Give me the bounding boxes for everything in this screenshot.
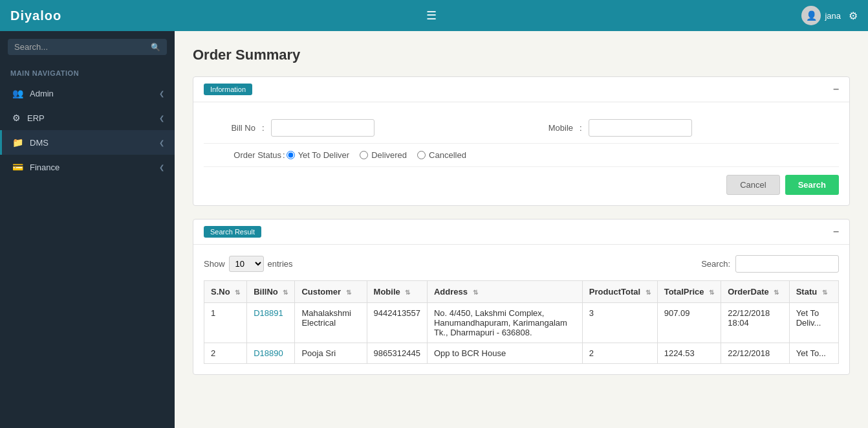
order-status-label: Order Status bbox=[204, 150, 281, 160]
col-product-total: ProductTotal ⇅ bbox=[582, 281, 657, 303]
sidebar-item-dms[interactable]: 📁 DMS ❮ bbox=[0, 130, 175, 155]
entries-label: entries bbox=[268, 259, 293, 269]
radio-cancelled[interactable]: Cancelled bbox=[417, 150, 466, 160]
sort-customer-icon[interactable]: ⇅ bbox=[346, 289, 351, 296]
show-entries: Show 10 25 50 100 entries bbox=[204, 256, 293, 272]
data-table: S.No ⇅ BillNo ⇅ Customer ⇅ Mobile ⇅ Addr… bbox=[204, 280, 839, 364]
radio-delivered-label: Delivered bbox=[371, 150, 407, 160]
search-button[interactable]: Search bbox=[785, 175, 839, 195]
sidebar-item-erp[interactable]: ⚙ ERP ❮ bbox=[0, 106, 175, 130]
sidebar-search-inner: 🔍 bbox=[8, 39, 167, 55]
cell-mobile: 9865312445 bbox=[367, 343, 427, 364]
erp-arrow: ❮ bbox=[159, 115, 164, 122]
cell-address: Opp to BCR House bbox=[427, 343, 582, 364]
mobile-input[interactable] bbox=[589, 119, 692, 137]
result-card-header: Search Result − bbox=[193, 220, 849, 245]
col-billno: BillNo ⇅ bbox=[247, 281, 295, 303]
table-body: 1 D18891 Mahalakshmi Electrical 94424135… bbox=[204, 303, 839, 364]
bill-no-input[interactable] bbox=[271, 119, 374, 137]
col-address: Address ⇅ bbox=[427, 281, 582, 303]
col-sno: S.No ⇅ bbox=[204, 281, 247, 303]
information-card: Information − Bill No : Mobile : bbox=[193, 76, 850, 206]
dms-icon: 📁 bbox=[12, 137, 23, 148]
sidebar: 🔍 MAIN NAVIGATION 👥 Admin ❮ ⚙ ERP ❮ 📁 DM… bbox=[0, 31, 175, 428]
menu-icon[interactable]: ☰ bbox=[426, 8, 437, 23]
bill-link[interactable]: D18891 bbox=[254, 308, 283, 318]
sort-total-price-icon[interactable]: ⇅ bbox=[709, 289, 714, 296]
cell-status: Yet To Deliv... bbox=[789, 303, 838, 343]
result-minimize-btn[interactable]: − bbox=[833, 227, 839, 237]
col-mobile: Mobile ⇅ bbox=[367, 281, 427, 303]
info-minimize-btn[interactable]: − bbox=[833, 84, 839, 95]
table-search-input[interactable] bbox=[735, 255, 839, 273]
sidebar-search-icon: 🔍 bbox=[151, 43, 160, 52]
mobile-group: Mobile : bbox=[521, 119, 839, 137]
sort-address-icon[interactable]: ⇅ bbox=[473, 289, 478, 296]
table-row: 1 D18891 Mahalakshmi Electrical 94424135… bbox=[204, 303, 839, 343]
radio-yet-to-deliver-input[interactable] bbox=[287, 151, 295, 159]
cell-order-date: 22/12/2018 bbox=[721, 343, 790, 364]
radio-delivered-input[interactable] bbox=[360, 151, 368, 159]
table-search: Search: bbox=[701, 255, 839, 273]
header-right: 👤 jana ⚙ bbox=[801, 6, 858, 25]
sidebar-item-dms-left: 📁 DMS bbox=[12, 137, 49, 148]
info-card-body: Bill No : Mobile : Order Status : bbox=[193, 102, 849, 205]
radio-yet-to-deliver[interactable]: Yet To Deliver bbox=[287, 150, 350, 160]
page-title: Order Summary bbox=[193, 47, 850, 63]
cell-total-price: 907.09 bbox=[657, 303, 721, 343]
info-badge: Information bbox=[204, 84, 252, 95]
table-head: S.No ⇅ BillNo ⇅ Customer ⇅ Mobile ⇅ Addr… bbox=[204, 281, 839, 303]
sidebar-search-container: 🔍 bbox=[0, 31, 175, 63]
logo: Diyaloo bbox=[10, 8, 61, 23]
search-result-card: Search Result − Show 10 25 50 100 entrie… bbox=[193, 219, 850, 375]
result-card-body: Show 10 25 50 100 entries Search: bbox=[193, 245, 849, 374]
sidebar-erp-label: ERP bbox=[27, 113, 45, 123]
avatar: 👤 bbox=[801, 6, 821, 25]
table-row: 2 D18890 Pooja Sri 9865312445 Opp to BCR… bbox=[204, 343, 839, 364]
info-card-header: Information − bbox=[193, 77, 849, 102]
sidebar-item-admin[interactable]: 👥 Admin ❮ bbox=[0, 81, 175, 106]
sidebar-item-finance-left: 💳 Finance bbox=[12, 162, 60, 172]
col-status: Statu ⇅ bbox=[789, 281, 838, 303]
sort-sno-icon[interactable]: ⇅ bbox=[235, 289, 240, 296]
bill-mobile-row: Bill No : Mobile : bbox=[204, 113, 839, 144]
sidebar-dms-label: DMS bbox=[30, 138, 49, 148]
bill-no-group: Bill No : bbox=[204, 119, 521, 137]
radio-yet-to-deliver-label: Yet To Deliver bbox=[298, 150, 350, 160]
status-colon: : bbox=[283, 150, 285, 160]
sidebar-item-erp-left: ⚙ ERP bbox=[12, 113, 45, 123]
sort-order-date-icon[interactable]: ⇅ bbox=[774, 289, 779, 296]
erp-icon: ⚙ bbox=[12, 113, 21, 123]
cell-product-total: 3 bbox=[582, 303, 657, 343]
cell-billno: D18891 bbox=[247, 303, 295, 343]
nav-label: MAIN NAVIGATION bbox=[0, 63, 175, 81]
col-customer: Customer ⇅ bbox=[295, 281, 367, 303]
cell-mobile: 9442413557 bbox=[367, 303, 427, 343]
radio-cancelled-input[interactable] bbox=[417, 151, 426, 159]
entries-select[interactable]: 10 25 50 100 bbox=[229, 256, 264, 272]
col-total-price: TotalPrice ⇅ bbox=[657, 281, 721, 303]
cell-billno: D18890 bbox=[247, 343, 295, 364]
finance-arrow: ❮ bbox=[159, 164, 164, 171]
bill-link[interactable]: D18890 bbox=[254, 348, 283, 358]
radio-group: Yet To Deliver Delivered Cancelled bbox=[287, 150, 839, 160]
bill-no-label: Bill No bbox=[204, 123, 255, 133]
dms-arrow: ❮ bbox=[159, 139, 164, 146]
mobile-colon: : bbox=[580, 123, 582, 133]
sort-mobile-icon[interactable]: ⇅ bbox=[405, 289, 410, 296]
show-label: Show bbox=[204, 259, 225, 269]
sort-status-icon[interactable]: ⇅ bbox=[822, 289, 827, 296]
form-actions: Cancel Search bbox=[204, 167, 839, 195]
sidebar-item-finance[interactable]: 💳 Finance ❮ bbox=[0, 155, 175, 179]
cell-sno: 1 bbox=[204, 303, 247, 343]
settings-icon[interactable]: ⚙ bbox=[849, 10, 858, 22]
admin-icon: 👥 bbox=[12, 88, 23, 98]
sidebar-finance-label: Finance bbox=[30, 163, 60, 172]
sort-product-total-icon[interactable]: ⇅ bbox=[646, 289, 651, 296]
sidebar-search-input[interactable] bbox=[14, 42, 151, 52]
mobile-label: Mobile bbox=[521, 123, 573, 133]
bill-no-colon: : bbox=[262, 123, 265, 133]
sort-billno-icon[interactable]: ⇅ bbox=[283, 289, 288, 296]
radio-delivered[interactable]: Delivered bbox=[360, 150, 407, 160]
cancel-button[interactable]: Cancel bbox=[726, 175, 779, 195]
